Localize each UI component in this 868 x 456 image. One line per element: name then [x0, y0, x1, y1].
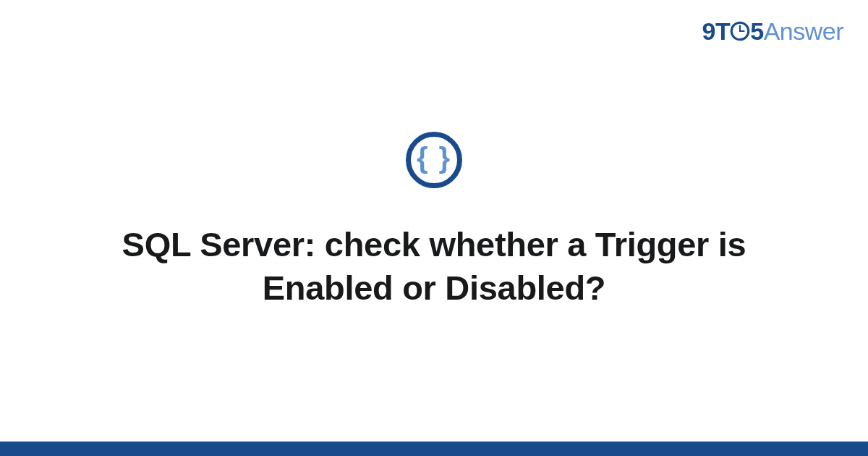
curly-braces-icon: { }: [417, 143, 451, 172]
footer-bar: [0, 442, 868, 456]
category-icon-circle: { }: [406, 132, 462, 188]
main-content: { } SQL Server: check whether a Trigger …: [0, 0, 868, 442]
page-title: SQL Server: check whether a Trigger is E…: [72, 223, 796, 310]
